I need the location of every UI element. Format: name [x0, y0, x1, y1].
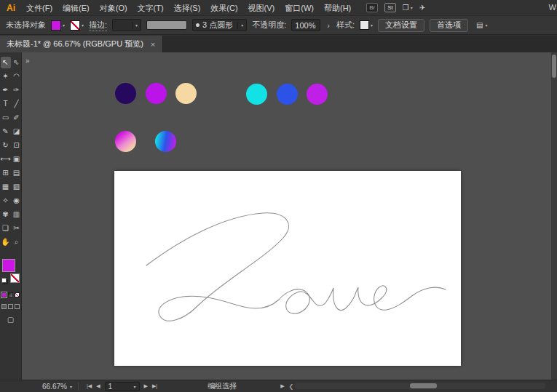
slice-tool[interactable]: ✂	[12, 223, 22, 234]
artboard[interactable]: Love	[114, 171, 461, 366]
curvature-tool[interactable]: ✑	[12, 84, 22, 96]
stroke-color-select[interactable]: ▾	[70, 20, 84, 31]
menu-bar: Ai 文件(F)编辑(E)对象(O)文字(T)选择(S)效果(C)视图(V)窗口…	[0, 0, 557, 16]
last-artboard-button[interactable]: ▶|	[150, 383, 159, 389]
screen-mode-button[interactable]: ▢	[0, 316, 21, 324]
gradient-button[interactable]	[8, 292, 13, 297]
bridge-badge[interactable]: Br	[366, 3, 378, 12]
status-back-arrow[interactable]: ❮	[289, 383, 294, 390]
opacity-input[interactable]: 100%	[291, 19, 320, 31]
rectangle-tool[interactable]: ▭	[1, 112, 11, 124]
menu-select[interactable]: 选择(S)	[169, 0, 206, 16]
stroke-width-select[interactable]: ▾	[112, 19, 141, 31]
menu-view[interactable]: 视图(V)	[243, 0, 280, 16]
menu-bar-right-cluster: Br St ❒ ▾ ✈	[366, 3, 425, 12]
zoom-level-select[interactable]: 66.67% ▾	[42, 383, 72, 391]
arrange-glyph-icon: ▤	[476, 21, 483, 29]
status-flyout-arrow[interactable]: ▶	[280, 383, 284, 389]
symbol-sprayer-tool[interactable]: ✾	[1, 209, 11, 220]
vertical-scrollbar-thumb[interactable]	[552, 55, 556, 78]
horizontal-scrollbar[interactable]	[295, 383, 545, 389]
tools-collapse-icon[interactable]: »	[25, 57, 30, 65]
fill-color-chip[interactable]	[2, 259, 15, 272]
control-bar: 未选择对象 ▾ ▾ 描边: ▾ 3 点圆形 ▾ 不透明度: 100% › 样式:	[0, 16, 557, 35]
menu-type[interactable]: 文字(T)	[133, 0, 169, 16]
free-transform-tool[interactable]: ▣	[12, 153, 22, 165]
document-tab[interactable]: 未标题-1* @ 66.67% (RGB/GPU 预览) ×	[0, 36, 163, 52]
love-artwork[interactable]: Love	[114, 171, 461, 366]
menu-help[interactable]: 帮助(H)	[319, 0, 356, 16]
draw-normal-mode-icon[interactable]	[1, 304, 7, 309]
eyedropper-tool[interactable]: ✧	[1, 195, 11, 207]
chevron-down-icon: ▾	[63, 23, 65, 28]
menu-edit[interactable]: 编辑(E)	[58, 0, 95, 16]
drawing-modes-row	[0, 304, 21, 309]
document-setup-button[interactable]: 文档设置	[378, 19, 424, 32]
artboard-number-select[interactable]: 1 ▾	[105, 382, 140, 391]
swatch-dark-indigo[interactable]	[115, 83, 136, 104]
direct-selection-tool[interactable]: ⇖	[12, 57, 22, 68]
preferences-button[interactable]: 首选项	[430, 19, 468, 32]
canvas-pasteboard[interactable]: » Love	[22, 52, 551, 380]
tab-close-icon[interactable]: ×	[151, 40, 155, 49]
fill-color-select[interactable]: ▾	[51, 20, 65, 31]
share-icon[interactable]: ✈	[419, 4, 425, 12]
next-artboard-button[interactable]: ▶	[142, 383, 150, 389]
column-graph-tool[interactable]: ▥	[12, 209, 22, 220]
type-tool[interactable]: T	[1, 98, 11, 110]
mesh-tool[interactable]: ▦	[1, 181, 11, 193]
line-segment-tool[interactable]: ╱	[12, 98, 22, 110]
horizontal-scrollbar-thumb[interactable]	[410, 383, 437, 388]
menu-window[interactable]: 窗口(W)	[280, 0, 319, 16]
hand-tool[interactable]: ✋	[1, 236, 11, 248]
chevron-down-icon: ▾	[237, 22, 243, 29]
swatch-blue[interactable]	[277, 84, 298, 105]
scale-tool[interactable]: ⊡	[12, 140, 22, 151]
opacity-panel-arrow[interactable]: ›	[325, 21, 331, 30]
default-fill-stroke-icon[interactable]	[1, 278, 7, 283]
magic-wand-tool[interactable]: ✶	[1, 71, 11, 82]
menu-object[interactable]: 对象(O)	[95, 0, 133, 16]
width-tool[interactable]: ⟷	[1, 153, 11, 165]
none-button[interactable]	[15, 292, 20, 297]
chevron-down-icon: ▾	[82, 23, 84, 28]
swatch-cyan[interactable]	[246, 84, 267, 105]
rotate-tool[interactable]: ↻	[1, 140, 11, 151]
perspective-grid-tool[interactable]: ▤	[12, 167, 22, 179]
blend-tool[interactable]: ◉	[12, 195, 22, 207]
gradient-tool[interactable]: ▧	[12, 181, 22, 193]
workspace-switcher-icon[interactable]: ❒ ▾	[403, 4, 413, 12]
style-select[interactable]: ▾	[360, 20, 373, 30]
pencil-tool[interactable]: ✎	[1, 126, 11, 137]
paintbrush-tool[interactable]: ✐	[12, 112, 22, 124]
arrange-flyout[interactable]: ▤ ▾	[476, 21, 487, 29]
vertical-scrollbar[interactable]	[551, 52, 557, 380]
brush-definition-select[interactable]: 3 点圆形 ▾	[192, 19, 247, 31]
lasso-tool[interactable]: ◠	[12, 71, 22, 82]
stroke-panel-link[interactable]: 描边:	[89, 20, 107, 31]
selection-tool[interactable]: ↖	[1, 57, 11, 68]
swatch-cream[interactable]	[175, 83, 197, 104]
opacity-value: 100%	[295, 21, 315, 30]
first-artboard-button[interactable]: |◀	[84, 383, 94, 389]
zoom-tool[interactable]: ⌕	[12, 236, 22, 248]
swatch-violet[interactable]	[307, 84, 328, 105]
stroke-color-chip[interactable]	[10, 273, 20, 283]
swatch-magenta[interactable]	[146, 83, 167, 104]
artboard-tool[interactable]: ❏	[1, 223, 11, 234]
menu-effect[interactable]: 效果(C)	[205, 0, 242, 16]
gradient-magenta-cream[interactable]	[115, 131, 136, 152]
pen-tool[interactable]: ✒	[1, 84, 11, 96]
previous-artboard-button[interactable]: ◀	[94, 383, 102, 389]
shape-builder-tool[interactable]: ⊞	[1, 167, 11, 179]
width-profile-preview[interactable]	[146, 20, 187, 30]
draw-inside-mode-icon[interactable]	[15, 304, 20, 309]
eraser-tool[interactable]: ◪	[12, 126, 22, 137]
fill-color-swatch	[51, 20, 61, 31]
stock-badge[interactable]: St	[384, 3, 396, 12]
gradient-cyan-blue-magenta[interactable]	[155, 131, 176, 152]
menu-file[interactable]: 文件(F)	[21, 0, 58, 16]
color-button[interactable]	[1, 292, 7, 297]
document-tab-title: 未标题-1* @ 66.67% (RGB/GPU 预览)	[7, 39, 143, 49]
draw-behind-mode-icon[interactable]	[8, 304, 13, 309]
